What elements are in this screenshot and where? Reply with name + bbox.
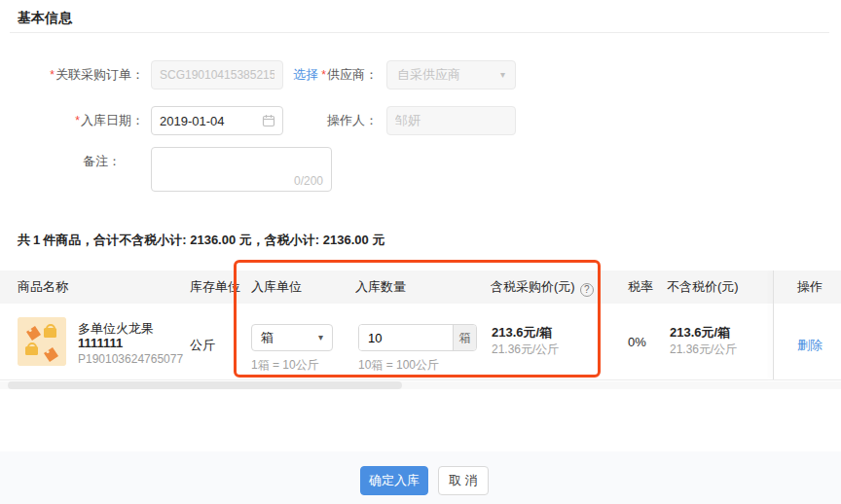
subtotal-incl-tax: 2136.00 bbox=[323, 233, 369, 247]
col-header-product: 商品名称 bbox=[18, 270, 68, 304]
col-header-stock-unit: 库存单位 bbox=[190, 270, 240, 304]
col-header-price-incl-tax: 含税采购价(元)? bbox=[491, 270, 594, 304]
section-divider bbox=[10, 32, 829, 33]
remark-char-counter: 0/200 bbox=[294, 174, 323, 188]
chevron-down-icon: ▾ bbox=[500, 70, 505, 80]
summary-text: 共 bbox=[18, 233, 30, 247]
price-excl-tax-primary: 213.6元/箱 bbox=[670, 324, 730, 342]
confirm-inbound-button[interactable]: 确定入库 bbox=[360, 466, 428, 495]
table-row-border bbox=[0, 379, 841, 380]
remark-label: 备注： bbox=[83, 147, 122, 176]
summary-text: 件商品，合计不含税小计: bbox=[43, 233, 186, 247]
cancel-button[interactable]: 取 消 bbox=[438, 466, 489, 495]
chevron-down-icon: ▾ bbox=[318, 333, 323, 342]
inbound-unit-value: 箱 bbox=[261, 329, 274, 346]
inbound-qty-input[interactable] bbox=[359, 325, 453, 350]
col-header-tax-rate: 税率 bbox=[628, 270, 653, 304]
supplier-select-value: 自采供应商 bbox=[397, 66, 460, 84]
horizontal-scrollbar-thumb[interactable] bbox=[8, 381, 402, 389]
qty-conversion-hint: 10箱 = 100公斤 bbox=[358, 357, 439, 374]
summary-text: 元 bbox=[372, 233, 384, 247]
col-header-inbound-unit: 入库单位 bbox=[251, 270, 302, 304]
price-incl-tax-secondary: 21.36元/公斤 bbox=[492, 342, 559, 358]
qty-unit-addon: 箱 bbox=[453, 325, 476, 350]
inbound-date-label: *入库日期： bbox=[19, 106, 144, 135]
product-sku: P190103624765077 bbox=[78, 352, 183, 366]
section-title-basic-info: 基本信息 bbox=[18, 10, 72, 27]
inbound-qty-field[interactable]: 箱 bbox=[358, 324, 477, 351]
inbound-form-page: 基本信息 *关联采购订单： 选择 *供应商： 自采供应商 ▾ *入库日期： 操作… bbox=[0, 0, 841, 504]
price-incl-tax-primary: 213.6元/箱 bbox=[492, 324, 552, 342]
subtotal-excl-tax: 2136.00 bbox=[190, 233, 236, 247]
inbound-date-field[interactable] bbox=[151, 106, 283, 135]
required-mark: * bbox=[321, 68, 326, 82]
calendar-icon[interactable] bbox=[262, 114, 275, 127]
purchase-order-label: *关联采购订单： bbox=[19, 60, 144, 90]
delete-row-link[interactable]: 删除 bbox=[797, 337, 823, 354]
item-count: 1 bbox=[33, 233, 40, 247]
col-header-inbound-qty: 入库数量 bbox=[355, 270, 406, 304]
tax-rate-value: 0% bbox=[628, 335, 646, 349]
product-code: 1111111 bbox=[78, 336, 123, 350]
operator-label: 操作人： bbox=[274, 106, 378, 135]
supplier-select: 自采供应商 ▾ bbox=[386, 60, 516, 90]
col-header-price-excl-tax: 不含税价(元) bbox=[667, 270, 739, 304]
summary-text: 元，含税小计: bbox=[239, 233, 319, 247]
footer-bar: 确定入库 取 消 bbox=[0, 451, 841, 504]
supplier-label: *供应商： bbox=[274, 60, 378, 90]
col-header-actions: 操作 bbox=[797, 270, 823, 304]
totals-summary: 共1件商品，合计不含税小计: 2136.00 元，含税小计: 2136.00 元 bbox=[18, 232, 384, 249]
operator-input bbox=[386, 106, 516, 135]
remark-field[interactable]: 0/200 bbox=[151, 147, 332, 192]
price-excl-tax-secondary: 21.36元/公斤 bbox=[670, 342, 737, 358]
inbound-unit-select[interactable]: 箱 ▾ bbox=[251, 324, 333, 351]
unit-conversion-hint: 1箱 = 10公斤 bbox=[251, 357, 319, 374]
fixed-column-divider bbox=[773, 270, 774, 379]
product-image bbox=[18, 317, 66, 366]
required-mark: * bbox=[75, 114, 80, 127]
horizontal-scrollbar-track[interactable] bbox=[0, 381, 841, 389]
help-icon[interactable]: ? bbox=[580, 283, 594, 297]
required-mark: * bbox=[50, 68, 55, 82]
stock-unit-value: 公斤 bbox=[190, 337, 215, 354]
purchase-order-input bbox=[151, 60, 283, 90]
